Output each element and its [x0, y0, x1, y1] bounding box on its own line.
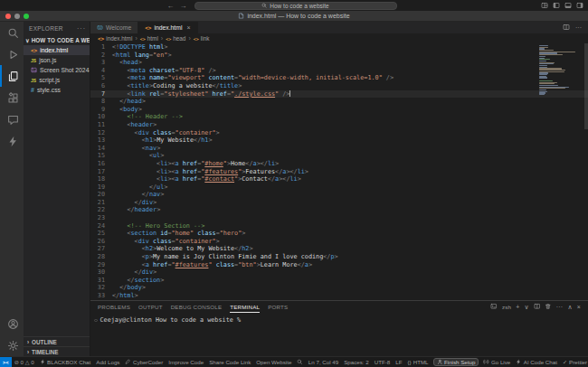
terminal-dropdown-button[interactable]: ∨ [524, 304, 528, 311]
file-item-screen-shot-2024-1...[interactable]: Screen Shot 2024-1... [24, 65, 90, 75]
section-timeline[interactable]: ›TIMELINE [24, 346, 90, 356]
code-line-33[interactable]: 33</html> [90, 292, 588, 300]
status-open-website[interactable]: Open Website [253, 357, 294, 367]
code-line-12[interactable]: 12 <div class="container"> [90, 129, 588, 137]
code-line-6[interactable]: 6 <title>Coding a website</title> [90, 82, 588, 90]
folder-section-header[interactable]: ∨ HOW TO CODE A WEBSITE [24, 35, 90, 45]
status-blackbox-chat[interactable]: BLACKBOX Chat [37, 357, 94, 367]
activity-blackbox[interactable] [0, 130, 24, 152]
code-line-2[interactable]: 2<html lang="en"> [90, 52, 588, 60]
code-line-32[interactable]: 32 </body> [90, 284, 588, 292]
code-line-24[interactable]: 24 <!-- Hero Section --> [90, 222, 588, 231]
activity-explorer[interactable] [0, 65, 24, 87]
split-terminal-button[interactable] [534, 303, 541, 311]
code-line-22[interactable]: 22 </header> [90, 206, 588, 214]
breadcrumb-html[interactable]: <>html [140, 35, 158, 42]
maximize-panel-button[interactable]: ∧ [567, 304, 572, 311]
code-line-20[interactable]: 20 </nav> [90, 191, 588, 199]
panel-tab-problems[interactable]: PROBLEMS [98, 301, 130, 313]
code-line-1[interactable]: 1<!DOCTYPE html> [90, 43, 588, 52]
code-line-17[interactable]: 17 <li><a href="#features">Features</a><… [90, 168, 588, 176]
code-line-5[interactable]: 5 <meta name="viewport" content="width=d… [90, 74, 588, 82]
code-line-18[interactable]: 18 <li><a href="#contact">Contact</a></l… [90, 175, 588, 184]
editor-scrollbar[interactable] [584, 43, 588, 129]
code-line-4[interactable]: 4 <meta charset="UTF-8" /> [90, 67, 588, 75]
customize-layout-button[interactable] [541, 2, 548, 10]
code-line-31[interactable]: 31 </section> [90, 277, 588, 285]
status-problems-status[interactable]: ⊘ 0 △ 0 [12, 357, 37, 367]
panel-tab-terminal[interactable]: TERMINAL [230, 301, 260, 313]
code-line-16[interactable]: 16 <li><a href="#home">Home</a></li> [90, 160, 588, 168]
code-line-23[interactable]: 23 [90, 214, 588, 222]
code-editor[interactable]: 1<!DOCTYPE html>2<html lang="en">3 <head… [90, 43, 588, 300]
panel-more-button[interactable]: ··· [556, 304, 564, 310]
new-terminal-button[interactable]: + [516, 304, 519, 310]
status-prettier[interactable]: ✓Prettier [560, 357, 588, 367]
status-encoding[interactable]: UTF-8 [372, 357, 394, 367]
code-line-25[interactable]: 25 <section id="home" class="hero"> [90, 230, 588, 238]
close-tab-icon[interactable]: × [186, 24, 190, 31]
breadcrumb-index-html[interactable]: <>index.html [98, 35, 132, 42]
code-line-27[interactable]: 27 <h2>Welcome to My Website</h2> [90, 245, 588, 253]
code-line-8[interactable]: 8 </head> [90, 98, 588, 106]
code-line-15[interactable]: 15 <ul> [90, 152, 588, 160]
status-add-logs[interactable]: Add Logs [93, 357, 122, 367]
file-item-json.js[interactable]: JSjson.js [24, 55, 90, 65]
split-editor-button[interactable] [563, 24, 570, 32]
status-improve-code[interactable]: Improve Code [166, 357, 206, 367]
code-line-7[interactable]: 7 <link rel="stylesheet" href="./style.c… [90, 90, 588, 99]
file-item-style.css[interactable]: #style.css [24, 85, 90, 95]
code-line-21[interactable]: 21 </div> [90, 199, 588, 207]
explorer-more-button[interactable]: ··· [77, 25, 86, 32]
panel-tab-output[interactable]: OUTPUT [138, 301, 163, 313]
activity-run-debug[interactable] [0, 43, 24, 65]
nav-back-button[interactable]: ← [167, 2, 175, 10]
activity-accounts[interactable] [0, 313, 24, 334]
editor-more-button[interactable]: ··· [575, 24, 582, 31]
code-line-11[interactable]: 11 <header> [90, 121, 588, 129]
status-search-status[interactable] [294, 357, 306, 367]
panel-tab-debug-console[interactable]: DEBUG CONSOLE [171, 301, 223, 313]
code-line-30[interactable]: 30 </div> [90, 268, 588, 277]
code-line-14[interactable]: 14 <nav> [90, 145, 588, 153]
status-eol[interactable]: LF [393, 357, 404, 367]
code-line-26[interactable]: 26 <div class="container"> [90, 238, 588, 246]
minimap[interactable] [539, 45, 581, 96]
nav-forward-button[interactable]: → [180, 2, 187, 10]
close-panel-button[interactable]: × [577, 304, 581, 310]
code-line-28[interactable]: 28 <p>My name is Joy Clinton Fimie and I… [90, 253, 588, 261]
panel-tab-ports[interactable]: PORTS [268, 301, 288, 313]
activity-extensions[interactable] [0, 87, 24, 108]
tab-index-html[interactable]: <>index.html× [138, 22, 197, 33]
code-line-10[interactable]: 10 <!-- Header --> [90, 113, 588, 121]
code-line-13[interactable]: 13 <h1>My Website</h1> [90, 136, 588, 145]
activity-chat[interactable] [0, 108, 24, 130]
status-indentation[interactable]: Spaces: 2 [341, 357, 372, 367]
status-cybercoder[interactable]: CyberCoder [122, 357, 166, 367]
command-center-search[interactable]: How to code a website [194, 2, 397, 10]
code-line-9[interactable]: 9 <body> [90, 106, 588, 114]
file-item-script.js[interactable]: JSscript.js [24, 75, 90, 85]
file-item-index.html[interactable]: <>index.html [24, 45, 90, 55]
terminal-area[interactable]: Ceejay@clinton How to code a website % [90, 313, 588, 356]
code-line-19[interactable]: 19 </ul> [90, 184, 588, 192]
section-outline[interactable]: ›OUTLINE [24, 336, 90, 346]
tab-welcome[interactable]: Welcome [90, 22, 138, 33]
status-cursor-position[interactable]: Ln 7, Col 49 [306, 357, 341, 367]
status-finish-setup[interactable]: Finish Setup [433, 358, 479, 366]
shell-name[interactable]: zsh [502, 304, 511, 310]
status-ai-code-chat[interactable]: AI Code Chat [513, 357, 560, 367]
toggle-primary-sidebar-button[interactable] [553, 2, 560, 10]
toggle-secondary-sidebar-button[interactable] [576, 2, 583, 10]
status-share-code-link[interactable]: Share Code Link [206, 357, 253, 367]
breadcrumb-head[interactable]: <>head [166, 35, 185, 42]
activity-search[interactable] [0, 22, 24, 43]
kill-terminal-button[interactable] [545, 303, 552, 311]
breadcrumb-link[interactable]: <>link [194, 35, 210, 42]
code-line-29[interactable]: 29 <a href="#features" class="btn">Learn… [90, 261, 588, 269]
code-line-3[interactable]: 3 <head> [90, 59, 588, 67]
toggle-panel-button[interactable] [564, 2, 572, 10]
status-language-mode[interactable]: {}HTML [405, 357, 432, 367]
status-go-live[interactable]: Go Live [480, 357, 513, 367]
activity-settings[interactable] [0, 334, 24, 356]
